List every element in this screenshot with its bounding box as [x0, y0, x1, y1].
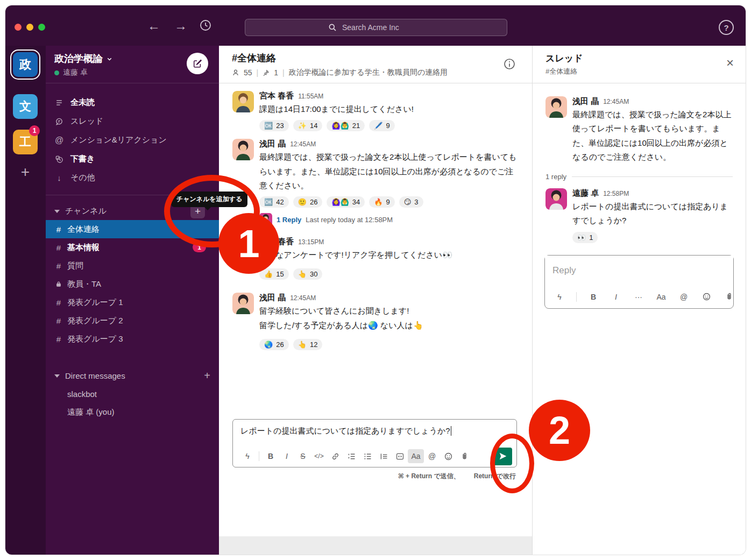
ordered-list-icon[interactable] — [343, 449, 359, 463]
help-icon[interactable]: ? — [719, 20, 734, 35]
workspace-icon-2[interactable]: 文 — [13, 94, 38, 119]
pin-count[interactable]: 1 — [274, 68, 278, 77]
reaction-pill[interactable]: 👆12 — [293, 339, 323, 350]
add-workspace-button[interactable]: + — [13, 160, 38, 185]
sidebar-item-drafts[interactable]: 下書き — [46, 150, 219, 168]
bold-icon[interactable]: B — [584, 290, 603, 304]
sidebar-channel-happyo-group-1[interactable]: # 発表グループ 1 — [46, 293, 219, 311]
composer-input[interactable]: レポートの提出書式については指定ありますでしょうか? — [233, 420, 516, 445]
avatar[interactable] — [545, 96, 567, 118]
reaction-pill[interactable]: 👀1 — [572, 232, 598, 243]
member-count[interactable]: 55 — [244, 68, 252, 77]
message-author[interactable]: 浅田 晶 — [259, 139, 286, 149]
channel-topic[interactable]: 政治学概論に参加する学生・教職員間の連絡用 — [289, 68, 448, 77]
avatar[interactable] — [545, 188, 567, 210]
sidebar-dm-self[interactable]: 遠藤 卓 (you) — [46, 403, 219, 421]
window-minimize-button[interactable] — [26, 24, 33, 31]
window-close-button[interactable] — [15, 24, 22, 31]
search-bar[interactable] — [245, 19, 507, 36]
reaction-pill[interactable]: 🙆‍♀️🙆‍♂️21 — [327, 120, 365, 131]
section-collapse-triangle-icon[interactable] — [54, 374, 60, 378]
formatting-toggle-icon[interactable]: Aa — [408, 449, 424, 463]
message-time[interactable]: 12:45AM — [603, 98, 629, 105]
reaction-pill[interactable]: 🔥9 — [369, 196, 394, 208]
search-input[interactable] — [341, 23, 424, 32]
message-author[interactable]: 宮本 春香 — [259, 91, 294, 101]
formatting-toggle-icon[interactable]: Aa — [652, 290, 670, 304]
reaction-pill[interactable]: 🆗23 — [259, 120, 289, 131]
emoji-icon: 🌏 — [264, 341, 273, 349]
forward-arrow-icon[interactable]: → — [174, 18, 187, 33]
link-icon[interactable] — [327, 449, 343, 463]
reaction-pill[interactable]: 🙆‍♀️🙆‍♂️34 — [327, 196, 365, 208]
attach-paperclip-icon[interactable] — [720, 290, 738, 304]
reaction-pill[interactable]: 👍15 — [259, 268, 289, 280]
dm-label: 遠藤 卓 (you) — [67, 407, 115, 417]
mention-icon[interactable]: @ — [424, 449, 440, 463]
message-composer[interactable]: レポートの提出書式については指定ありますでしょうか? ϟ B I S </> — [232, 419, 517, 467]
emoji-icon: 🔥 — [374, 198, 382, 206]
strikethrough-icon[interactable]: S — [295, 449, 311, 463]
reaction-pill[interactable]: 🌏26 — [259, 339, 289, 350]
reply-count-link[interactable]: 1 Reply — [277, 216, 301, 224]
channel-info-icon[interactable] — [503, 58, 516, 70]
bullet-list-icon[interactable] — [359, 449, 376, 463]
avatar[interactable] — [232, 293, 254, 314]
sidebar-item-threads[interactable]: スレッド — [46, 112, 219, 131]
reaction-pill[interactable]: 👆30 — [293, 268, 323, 280]
sidebar-dm-slackbot[interactable]: slackbot — [46, 385, 219, 403]
attach-paperclip-icon[interactable] — [456, 449, 472, 463]
sidebar-item-mentions[interactable]: @ メンション&リアクション — [46, 131, 219, 150]
italic-icon[interactable]: I — [279, 449, 295, 463]
emoji-picker-icon[interactable] — [697, 290, 715, 304]
dm-section-header[interactable]: Direct messages + — [46, 366, 219, 385]
channel-title[interactable]: #全体連絡 — [232, 52, 519, 65]
code-icon[interactable]: </> — [311, 449, 327, 463]
blockquote-icon[interactable] — [376, 449, 392, 463]
reaction-pill[interactable]: 🖊️9 — [369, 120, 394, 131]
shortcuts-icon[interactable]: ϟ — [550, 290, 569, 304]
sidebar-channel-kyoin-ta[interactable]: 教員・TA — [46, 275, 219, 293]
emoji-picker-icon[interactable] — [440, 449, 456, 463]
reply-input[interactable] — [545, 256, 733, 286]
reaction-pill[interactable]: 🙂26 — [293, 196, 323, 208]
italic-icon[interactable]: I — [607, 290, 625, 304]
new-message-button[interactable] — [187, 53, 208, 74]
message-author[interactable]: 浅田 晶 — [259, 293, 286, 303]
thread-channel[interactable]: #全体連絡 — [545, 67, 733, 76]
avatar[interactable] — [232, 91, 254, 112]
reaction-pill[interactable]: 🆗42 — [259, 196, 289, 208]
mention-icon[interactable]: @ — [675, 290, 693, 304]
message-time[interactable]: 13:15PM — [298, 238, 324, 246]
more-formatting-icon[interactable]: ··· — [629, 290, 648, 304]
back-arrow-icon[interactable]: ← — [147, 18, 160, 33]
add-dm-button[interactable]: + — [204, 370, 210, 382]
window-zoom-button[interactable] — [38, 24, 45, 31]
message-list: 宮本 春香 11:55AM 課題は14日17:00までに提出してください! 🆗2… — [219, 83, 532, 555]
avatar[interactable] — [232, 139, 254, 160]
message-author[interactable]: 浅田 晶 — [572, 96, 599, 107]
close-icon[interactable]: × — [726, 56, 734, 69]
thread-reply-bar[interactable]: 1 Reply Last reply today at 12:58PM — [259, 213, 521, 226]
message-time[interactable]: 12:45AM — [290, 140, 316, 148]
sidebar-item-unreads[interactable]: 全未読 — [46, 93, 219, 112]
down-arrow-icon: ↓ — [54, 173, 64, 182]
shortcuts-icon[interactable]: ϟ — [239, 449, 256, 463]
code-block-icon[interactable] — [392, 449, 408, 463]
section-collapse-triangle-icon[interactable] — [54, 210, 60, 213]
sidebar-channel-happyo-group-2[interactable]: # 発表グループ 2 — [46, 311, 219, 330]
workspace-header[interactable]: 政治学概論 遠藤 卓 — [46, 46, 219, 83]
history-clock-icon[interactable] — [199, 19, 212, 32]
workspace-icon-active[interactable]: 政 — [13, 52, 38, 77]
replies-divider: 1 reply — [545, 173, 733, 181]
thread-reply-composer[interactable]: ϟ B I ··· Aa @ — [544, 255, 734, 309]
sidebar-channel-happyo-group-3[interactable]: # 発表グループ 3 — [46, 330, 219, 348]
message-time[interactable]: 11:55AM — [298, 93, 323, 100]
bold-icon[interactable]: B — [263, 449, 279, 463]
message-time[interactable]: 12:45AM — [290, 294, 316, 302]
sidebar-channel-shitsumon[interactable]: # 質問 — [46, 257, 219, 275]
message-time[interactable]: 12:58PM — [603, 190, 629, 197]
reaction-pill[interactable]: ✨14 — [293, 120, 323, 131]
reaction-pill[interactable]: 😏3 — [399, 196, 423, 208]
message-author[interactable]: 遠藤 卓 — [572, 188, 599, 199]
